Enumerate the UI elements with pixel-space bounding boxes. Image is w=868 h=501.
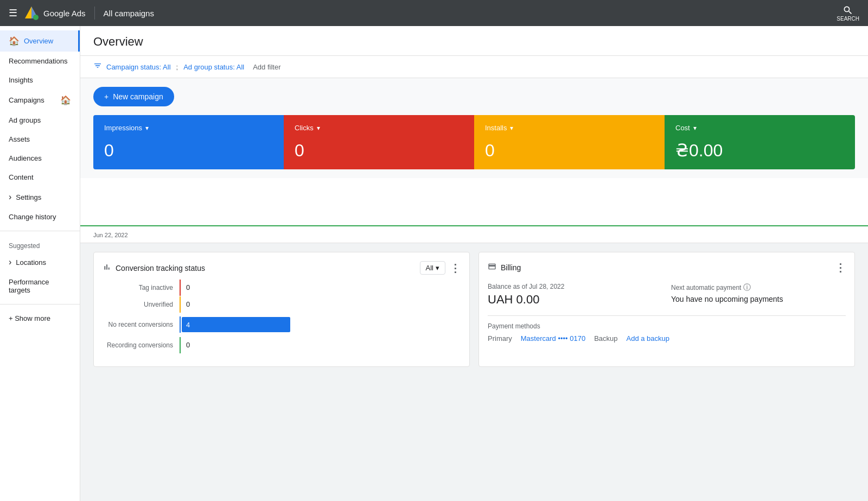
suggested-label: Suggested xyxy=(0,236,80,252)
sidebar-item-label: Assets xyxy=(9,135,30,143)
sidebar-item-label: Audiences xyxy=(9,154,42,162)
billing-icon xyxy=(488,262,496,273)
clicks-value: 0 xyxy=(295,141,463,161)
top-navigation: ☰ Google Ads All campaigns SEARCH xyxy=(0,0,868,26)
unverified-bar-container: 0 xyxy=(180,300,461,308)
sidebar-item-label: Insights xyxy=(9,76,33,84)
home-icon: 🏠 xyxy=(60,95,71,105)
expand-icon: › xyxy=(9,192,11,202)
conversion-row-unverified: Unverified 0 xyxy=(103,300,461,308)
campaign-status-value: All xyxy=(163,63,170,71)
billing-balance-section: Balance as of Jul 28, 2022 UAH 0.00 xyxy=(488,283,662,307)
main-layout: 🏠 Overview Recommendations Insights Camp… xyxy=(0,26,868,501)
expand-icon: › xyxy=(9,257,11,267)
hamburger-menu[interactable]: ☰ xyxy=(9,7,17,19)
overview-area: + New campaign Impressions ▾ 0 Clicks ▾ xyxy=(80,78,868,178)
conversion-row-recording: Recording conversions 0 xyxy=(103,341,461,349)
recording-bar-container: 0 xyxy=(180,341,461,349)
cost-dropdown-icon: ▾ xyxy=(693,124,697,132)
sidebar-item-locations[interactable]: › Locations xyxy=(0,252,80,272)
sidebar-item-recommendations[interactable]: Recommendations xyxy=(0,52,80,71)
next-payment-label: Next automatic payment ⓘ xyxy=(671,283,846,293)
sidebar-item-ad-groups[interactable]: Ad groups xyxy=(0,111,80,130)
no-recent-bar-line xyxy=(180,316,181,333)
conversion-title-row: Conversion tracking status xyxy=(103,263,205,273)
recording-bar-line xyxy=(180,337,181,353)
tag-inactive-value: 0 xyxy=(186,283,190,291)
conversion-row-no-recent: No recent conversions 4 xyxy=(103,317,461,332)
sidebar-item-performance-targets[interactable]: Performance targets xyxy=(0,272,80,300)
show-more-button[interactable]: + Show more xyxy=(0,309,80,328)
sidebar-divider xyxy=(0,231,80,231)
sidebar-item-assets[interactable]: Assets xyxy=(0,130,80,149)
app-logo: Google Ads xyxy=(24,5,86,21)
impressions-label: Impressions xyxy=(104,124,142,132)
conversion-dropdown[interactable]: All ▾ xyxy=(420,261,445,275)
google-ads-logo-icon xyxy=(24,5,39,21)
sidebar-divider-2 xyxy=(0,304,80,305)
campaign-status-filter[interactable]: Campaign status: All xyxy=(106,63,171,71)
conversion-menu-button[interactable]: ⋮ xyxy=(450,262,461,275)
sidebar-item-label: Campaigns xyxy=(9,96,44,104)
billing-card-title: Billing xyxy=(501,263,521,272)
sidebar-item-label: Ad groups xyxy=(9,116,41,124)
impressions-value: 0 xyxy=(104,141,273,161)
impressions-header: Impressions ▾ xyxy=(104,124,273,132)
conversion-tracking-card: Conversion tracking status All ▾ ⋮ Tag i… xyxy=(93,252,470,367)
clicks-header: Clicks ▾ xyxy=(295,124,463,132)
app-name: Google Ads xyxy=(43,9,86,18)
installs-header: Installs ▾ xyxy=(485,124,654,132)
ad-group-status-filter[interactable]: Ad group status: All xyxy=(183,63,244,71)
search-icon xyxy=(843,5,853,16)
tag-inactive-bar-container: 0 xyxy=(180,283,461,291)
sidebar-item-label: Recommendations xyxy=(9,57,67,65)
primary-card-value[interactable]: Mastercard •••• 0170 xyxy=(521,334,585,343)
clicks-label: Clicks xyxy=(295,124,314,132)
payment-methods-row: Primary Mastercard •••• 0170 Backup Add … xyxy=(488,334,846,343)
impressions-card[interactable]: Impressions ▾ 0 xyxy=(93,115,284,169)
show-more-label: + Show more xyxy=(9,314,50,322)
impressions-dropdown-icon: ▾ xyxy=(145,124,149,132)
new-campaign-button[interactable]: + New campaign xyxy=(93,87,174,106)
installs-value: 0 xyxy=(485,141,654,161)
filter-icon xyxy=(93,61,102,72)
new-campaign-label: New campaign xyxy=(113,92,163,101)
sidebar-item-insights[interactable]: Insights xyxy=(0,71,80,90)
installs-card[interactable]: Installs ▾ 0 xyxy=(474,115,665,169)
chart-date-label: Jun 22, 2022 xyxy=(93,232,128,238)
sidebar-item-overview[interactable]: 🏠 Overview xyxy=(0,30,80,52)
add-backup-link[interactable]: Add a backup xyxy=(627,334,670,343)
backup-label: Backup xyxy=(594,334,617,343)
balance-value: UAH 0.00 xyxy=(488,293,662,307)
no-recent-bar-container: 4 xyxy=(180,317,461,332)
billing-grid: Balance as of Jul 28, 2022 UAH 0.00 Next… xyxy=(488,283,846,307)
payment-methods-title: Payment methods xyxy=(488,322,846,330)
billing-card: Billing ⋮ Balance as of Jul 28, 2022 UAH… xyxy=(478,252,855,367)
plus-icon: + xyxy=(104,92,108,101)
sidebar-item-label: Overview xyxy=(24,37,53,45)
ad-group-status-value: All xyxy=(237,63,244,71)
sidebar-item-change-history[interactable]: Change history xyxy=(0,207,80,226)
billing-next-payment-section: Next automatic payment ⓘ You have no upc… xyxy=(671,283,846,307)
sidebar-item-content[interactable]: Content xyxy=(0,168,80,187)
search-button[interactable]: SEARCH xyxy=(837,5,859,22)
sidebar-item-audiences[interactable]: Audiences xyxy=(0,149,80,168)
billing-menu-button[interactable]: ⋮ xyxy=(835,261,846,274)
clicks-card[interactable]: Clicks ▾ 0 xyxy=(284,115,474,169)
info-icon: ⓘ xyxy=(743,283,751,293)
unverified-label: Unverified xyxy=(103,301,173,308)
cost-card[interactable]: Cost ▾ ₴0.00 xyxy=(665,115,855,169)
no-recent-bar: 4 xyxy=(182,317,290,332)
sidebar: 🏠 Overview Recommendations Insights Camp… xyxy=(0,26,80,501)
add-filter-button[interactable]: Add filter xyxy=(253,63,280,71)
billing-title-row: Billing xyxy=(488,262,521,273)
sidebar-item-settings[interactable]: › Settings xyxy=(0,187,80,207)
sidebar-item-campaigns[interactable]: Campaigns 🏠 xyxy=(0,90,80,111)
svg-point-2 xyxy=(33,15,39,20)
chart-area: Jun 22, 2022 xyxy=(80,178,868,243)
bottom-cards: Conversion tracking status All ▾ ⋮ Tag i… xyxy=(80,243,868,376)
cost-header: Cost ▾ xyxy=(675,124,844,132)
chart-line xyxy=(80,225,868,226)
dropdown-arrow-icon: ▾ xyxy=(436,264,439,272)
conversion-card-actions: All ▾ ⋮ xyxy=(420,261,461,275)
